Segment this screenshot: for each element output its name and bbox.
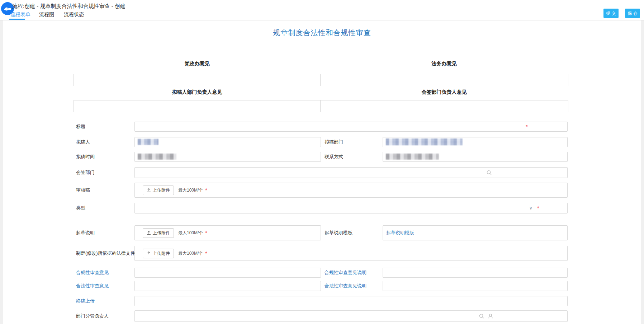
review-draft-required-marker: * <box>205 187 207 193</box>
tab-process-status[interactable]: 流程状态 <box>64 11 84 18</box>
legal-files-upload-area: 上传附件 最大100M/个 * <box>134 246 568 261</box>
upload-button-label: 上传附件 <box>153 187 170 193</box>
countersign-dept-input[interactable] <box>134 167 568 178</box>
upload-size-hint: 最大100M/个 <box>178 187 203 193</box>
dept-leader-input[interactable] <box>134 310 568 322</box>
field-label-draft-note: 起草说明 <box>76 225 95 240</box>
submit-button[interactable]: 提 交 <box>603 9 619 18</box>
field-label-type: 类型 <box>76 203 85 213</box>
form-card: 规章制度合法性和合规性审查 党政办意见 法务办意见 拟稿人部门负责人意见 会签部… <box>3 20 641 324</box>
opinion-header-countersign-dept-leader: 会签部门负责人意见 <box>321 89 568 95</box>
contact-redacted-value <box>386 154 439 160</box>
field-label-legal-files: 制定(修改)所依据的法律文件 <box>76 246 135 261</box>
field-label-compliance-opinion: 合规性审查意见 <box>76 268 109 278</box>
upload-button-label: 上传附件 <box>153 230 170 236</box>
opinion-box-drafter-dept-leader <box>74 100 321 112</box>
upload-icon <box>147 188 151 192</box>
review-draft-upload-area: 上传附件 最大100M/个 * <box>134 183 568 198</box>
draft-note-upload-area: 上传附件 最大100M/个 * <box>134 225 321 240</box>
field-label-title: 标题 <box>76 122 85 132</box>
title-required-marker: * <box>526 122 527 132</box>
chevron-down-icon[interactable]: ∨ <box>529 203 532 213</box>
legal-files-upload-button[interactable]: 上传附件 <box>143 249 174 258</box>
field-label-compliance-note: 合规性审查意见说明 <box>325 268 366 278</box>
field-label-drafter: 拟稿人 <box>76 137 90 147</box>
field-label-final-upload: 终稿上传 <box>76 296 95 306</box>
upload-icon <box>147 251 151 255</box>
field-label-contact: 联系方式 <box>325 152 343 162</box>
tab-process-diagram[interactable]: 流程图 <box>39 11 54 18</box>
final-upload-input[interactable] <box>134 296 568 306</box>
type-required-marker: * <box>537 203 539 213</box>
legality-opinion-input[interactable] <box>134 281 321 291</box>
field-label-countersign-dept: 会签部门 <box>76 167 95 178</box>
field-label-legality-opinion: 合法性审查意见 <box>76 281 109 291</box>
active-tab-underline <box>9 19 25 20</box>
opinion-header-party-admin: 党政办意见 <box>74 61 321 67</box>
compliance-note-input[interactable] <box>383 268 568 278</box>
upload-size-hint: 最大100M/个 <box>178 250 203 257</box>
field-label-draft-dept: 拟稿部门 <box>325 137 343 147</box>
type-select[interactable] <box>134 203 568 213</box>
field-label-dept-leader: 部门分管负责人 <box>76 310 109 322</box>
upload-icon <box>147 231 151 235</box>
search-icon[interactable] <box>479 313 484 319</box>
opinion-header-drafter-dept-leader: 拟稿人部门负责人意见 <box>74 89 321 95</box>
drafter-redacted-value <box>138 139 158 145</box>
draft-note-template-link[interactable]: 起草说明模版 <box>386 230 414 236</box>
search-icon[interactable] <box>486 170 492 175</box>
draft-time-redacted-value <box>138 154 176 160</box>
page-title: 流程:创建 - 规章制度合法性和合规性审查 - 创建 <box>12 3 126 10</box>
person-icon[interactable] <box>488 313 493 319</box>
compliance-opinion-input[interactable] <box>134 268 321 278</box>
field-label-draft-time: 拟稿时间 <box>76 152 95 162</box>
opinion-box-countersign-dept-leader <box>320 100 568 112</box>
tab-process-form[interactable]: 流程表单 <box>10 11 30 18</box>
legality-note-input[interactable] <box>383 281 568 291</box>
title-input[interactable] <box>134 122 568 132</box>
legal-files-required-marker: * <box>205 250 207 256</box>
top-bar: 流程:创建 - 规章制度合法性和合规性审查 - 创建 流程表单 流程图 流程状态… <box>0 0 644 20</box>
upload-button-label: 上传附件 <box>153 250 170 257</box>
upload-size-hint: 最大100M/个 <box>178 230 203 236</box>
opinion-box-legal-office <box>320 74 568 86</box>
draft-note-template-box: 起草说明模版 <box>383 225 568 240</box>
field-label-draft-note-template: 起草说明模板 <box>325 225 352 240</box>
form-title: 规章制度合法性和合规性审查 <box>3 28 641 38</box>
opinion-box-party-admin <box>74 74 321 86</box>
field-label-legality-note: 合法性审查意见说明 <box>325 281 366 291</box>
draft-note-upload-button[interactable]: 上传附件 <box>143 228 174 238</box>
draft-dept-redacted-value <box>386 138 463 145</box>
field-label-review-draft: 审核稿 <box>76 183 90 198</box>
draft-note-required-marker: * <box>205 230 207 236</box>
review-draft-upload-button[interactable]: 上传附件 <box>143 186 174 195</box>
drafter-input[interactable] <box>134 137 321 147</box>
save-button[interactable]: 保 存 <box>625 9 640 18</box>
opinion-header-legal-office: 法务办意见 <box>321 61 568 67</box>
